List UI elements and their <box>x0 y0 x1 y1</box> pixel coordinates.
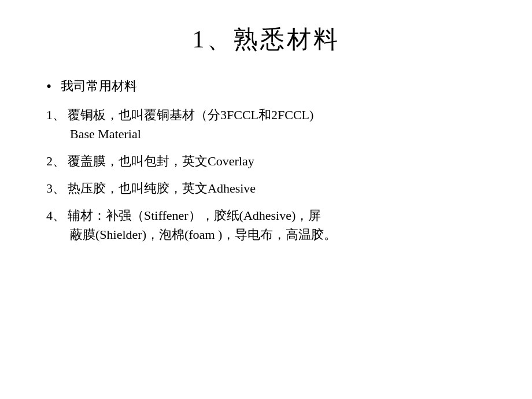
list-item-1: 1、 覆铜板，也叫覆铜基材（分3FCCL和2FCCL) Base Materia… <box>46 105 497 143</box>
item-3-number: 3、 <box>46 179 65 198</box>
item-1-number: 1、 <box>46 105 65 124</box>
item-4-content: 辅材：补强（Stiffener），胶纸(Adhesive)，屏 蔽膜(Shiel… <box>68 206 497 244</box>
item-3-content: 热压胶，也叫纯胶，英文Adhesive <box>68 179 497 198</box>
item-1-sub: Base Material <box>68 124 497 143</box>
bullet-dot: • <box>46 76 51 97</box>
item-4-text: 辅材：补强（Stiffener），胶纸(Adhesive)，屏 <box>68 208 321 223</box>
list-item-4: 4、 辅材：补强（Stiffener），胶纸(Adhesive)，屏 蔽膜(Sh… <box>46 206 497 244</box>
item-1-text: 覆铜板，也叫覆铜基材（分3FCCL和2FCCL) <box>68 108 313 122</box>
item-2-number: 2、 <box>46 152 65 171</box>
item-2-content: 覆盖膜，也叫包封，英文Coverlay <box>68 152 497 171</box>
slide-title: 1、熟悉材料 <box>35 23 497 56</box>
list-item-2: 2、 覆盖膜，也叫包封，英文Coverlay <box>46 152 497 171</box>
bullet-intro-item: • 我司常用材料 <box>46 76 497 97</box>
slide-container: 1、熟悉材料 • 我司常用材料 1、 覆铜板，也叫覆铜基材（分3FCCL和2FC… <box>0 0 532 399</box>
item-2-text: 覆盖膜，也叫包封，英文Coverlay <box>68 154 254 168</box>
item-3-text: 热压胶，也叫纯胶，英文Adhesive <box>68 181 256 195</box>
item-1-content: 覆铜板，也叫覆铜基材（分3FCCL和2FCCL) Base Material <box>68 105 497 143</box>
bullet-intro-text: 我司常用材料 <box>61 76 137 95</box>
content-area: • 我司常用材料 1、 覆铜板，也叫覆铜基材（分3FCCL和2FCCL) Bas… <box>35 76 497 252</box>
item-4-number: 4、 <box>46 206 65 225</box>
list-item-3: 3、 热压胶，也叫纯胶，英文Adhesive <box>46 179 497 198</box>
item-4-sub: 蔽膜(Shielder)，泡棉(foam )，导电布，高温胶。 <box>68 225 497 244</box>
